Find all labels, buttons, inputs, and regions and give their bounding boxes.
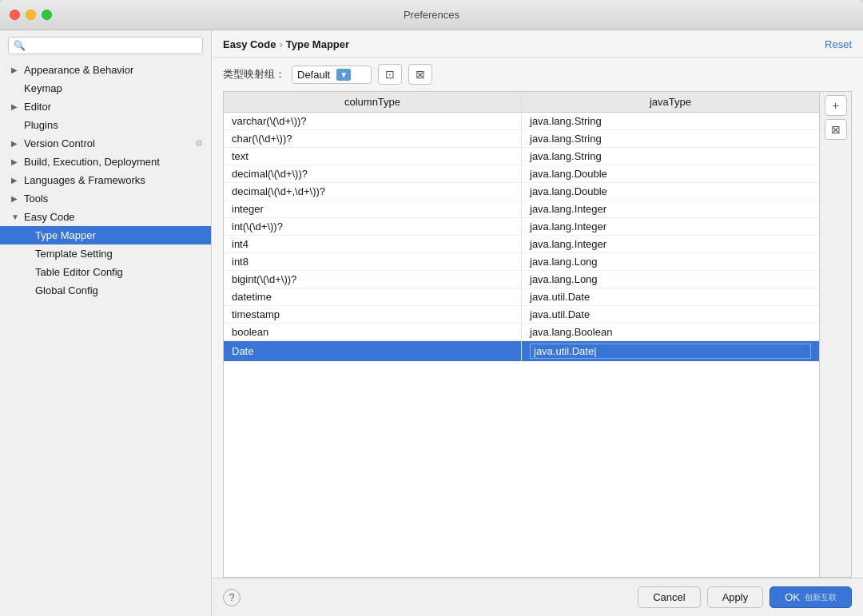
ok-label: OK [785,591,800,603]
right-panel: + ⊠ [819,92,851,577]
sidebar-item-version-control[interactable]: ▶ Version Control ⚙ [0,134,211,153]
remove-row-button[interactable]: ⊠ [825,119,847,140]
arrow-icon: ▶ [11,157,21,166]
sidebar-item-tools[interactable]: ▶ Tools [0,189,211,208]
cell-column-type: bigint(\(\d+\))? [224,271,522,288]
cell-column-type: datetime [224,288,522,306]
cell-column-type: char(\(\d+\))? [224,130,522,148]
add-row-button[interactable]: + [825,95,847,116]
minimize-button[interactable] [26,10,36,20]
col-header-javatype: javaType [522,92,820,113]
arrow-icon: ▶ [11,139,21,148]
cell-column-type: boolean [224,324,522,341]
cell-java-type: java.lang.String [522,113,820,130]
table-row[interactable]: datetimejava.util.Date [224,288,819,306]
sidebar-item-appearance[interactable]: ▶ Appearance & Behavior [0,61,211,79]
bottom-right: Cancel Apply OK 创新互联 [638,586,852,608]
table-row[interactable]: booleanjava.lang.Boolean [224,324,819,341]
content-area: 🔍 ▶ Appearance & Behavior Keymap ▶ Edito… [0,30,863,616]
sidebar-item-label: Easy Code [24,211,75,223]
table-row[interactable]: bigint(\(\d+\))?java.lang.Long [224,271,819,288]
apply-button[interactable]: Apply [707,586,764,608]
mapper-dropdown[interactable]: Default ▼ [292,66,372,84]
ok-button[interactable]: OK 创新互联 [770,586,852,608]
sidebar-item-label: Editor [24,101,51,113]
table-row[interactable]: decimal(\(\d+,\d+\))?java.lang.Double [224,183,819,201]
table-row[interactable]: decimal(\(\d+\))?java.lang.Double [224,165,819,183]
bottom-left: ? [223,589,241,606]
sidebar-item-plugins[interactable]: Plugins [0,116,211,134]
search-box[interactable]: 🔍 [8,37,203,54]
sidebar-item-type-mapper[interactable]: Type Mapper [0,226,211,244]
sidebar-item-label: Build, Execution, Deployment [24,156,160,168]
delete-mapper-button[interactable]: ⊠ [408,64,432,85]
bottom-bar: ? Cancel Apply OK 创新互联 [212,578,863,616]
sidebar-item-table-editor-config[interactable]: Table Editor Config [0,263,211,281]
sidebar-item-languages[interactable]: ▶ Languages & Frameworks [0,171,211,189]
cell-column-type: varchar(\(\d+\))? [224,113,522,130]
table-row[interactable]: int8java.lang.Long [224,253,819,271]
watermark-text: 创新互联 [805,592,837,603]
cell-java-type: java.lang.Integer [522,201,820,218]
cell-java-type: java.lang.Integer [522,218,820,236]
close-button[interactable] [10,10,20,20]
table-row[interactable]: timestampjava.util.Date [224,306,819,324]
sidebar-item-label: Plugins [24,119,58,131]
sidebar-item-label: Appearance & Behavior [24,64,133,76]
arrow-icon: ▶ [11,102,21,111]
sidebar-item-label: Table Editor Config [35,266,123,278]
sidebar-item-editor[interactable]: ▶ Editor [0,97,211,116]
arrow-icon: ▶ [11,66,21,74]
breadcrumb: Easy Code › Type Mapper [223,38,349,50]
main-header: Easy Code › Type Mapper Reset [212,30,863,58]
sidebar-item-build[interactable]: ▶ Build, Execution, Deployment [0,153,211,171]
sidebar-item-global-config[interactable]: Global Config [0,281,211,300]
breadcrumb-separator: › [279,38,282,50]
traffic-lights [10,10,52,20]
cell-java-type: java.lang.Boolean [522,324,820,341]
cell-java-type: java.lang.Long [522,253,820,271]
cell-java-type: java.util.Date [522,288,820,306]
cell-column-type: Date [224,341,522,362]
cell-column-type: integer [224,201,522,218]
cell-column-type: decimal(\(\d+,\d+\))? [224,183,522,201]
arrow-icon: ▼ [11,213,21,221]
cell-column-type: text [224,148,522,165]
table-row[interactable]: int4java.lang.Integer [224,236,819,253]
table-row[interactable]: Date [224,341,819,362]
reset-button[interactable]: Reset [825,38,852,50]
copy-button[interactable]: ⊡ [378,64,402,85]
maximize-button[interactable] [42,10,52,20]
type-mapper-table-container: columnType javaType varchar(\(\d+\))?jav… [223,91,852,578]
search-icon: 🔍 [14,40,26,51]
search-input[interactable] [29,40,197,51]
sidebar-item-template-setting[interactable]: Template Setting [0,244,211,263]
table-row[interactable]: varchar(\(\d+\))?java.lang.String [224,113,819,130]
remove-icon: ⊠ [831,123,841,136]
add-icon: + [832,99,838,112]
breadcrumb-current: Type Mapper [286,38,349,50]
table-row[interactable]: char(\(\d+\))?java.lang.String [224,130,819,148]
sidebar-item-easy-code[interactable]: ▼ Easy Code [0,208,211,226]
cancel-button[interactable]: Cancel [638,586,700,608]
cell-column-type: timestamp [224,306,522,324]
java-type-input[interactable] [530,344,811,359]
sidebar-item-label: Global Config [35,284,98,296]
arrow-icon: ▶ [11,176,21,185]
vc-settings-icon: ⚙ [195,138,203,149]
table-row[interactable]: int(\(\d+\))?java.lang.Integer [224,218,819,236]
cell-column-type: int(\(\d+\))? [224,218,522,236]
dropdown-value: Default [297,69,330,81]
help-button[interactable]: ? [223,589,241,606]
cell-column-type: int4 [224,236,522,253]
cell-java-type: java.lang.String [522,130,820,148]
sidebar-item-keymap[interactable]: Keymap [0,79,211,97]
main-panel: Easy Code › Type Mapper Reset 类型映射组： Def… [212,30,863,616]
table-row[interactable]: textjava.lang.String [224,148,819,165]
sidebar-item-label: Type Mapper [35,229,96,241]
cell-column-type: decimal(\(\d+\))? [224,165,522,183]
copy-icon: ⊡ [385,68,395,81]
title-bar: Preferences [0,0,863,30]
table-row[interactable]: integerjava.lang.Integer [224,201,819,218]
col-header-columntype: columnType [224,92,522,113]
